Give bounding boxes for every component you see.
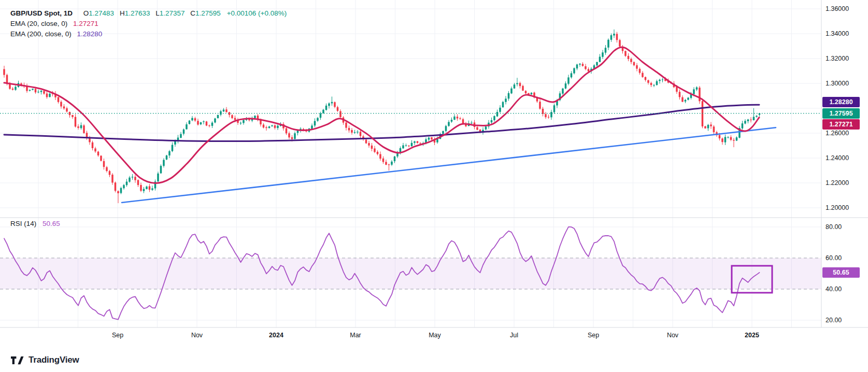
rsi-value: 50.65 bbox=[42, 220, 60, 227]
candle-body bbox=[160, 166, 162, 173]
candle-body bbox=[607, 40, 609, 48]
rsi-band bbox=[0, 258, 821, 289]
candle-body bbox=[710, 124, 712, 126]
candle-body bbox=[94, 148, 96, 151]
candle-body bbox=[596, 62, 598, 66]
change-value: +0.00106 (+0.08%) bbox=[227, 9, 287, 17]
time-axis-label: Sep bbox=[112, 332, 123, 339]
candle-body bbox=[360, 132, 362, 136]
candle-body bbox=[736, 137, 738, 140]
candle-body bbox=[402, 145, 404, 148]
candle-body bbox=[92, 142, 94, 148]
candle-body bbox=[345, 123, 347, 128]
candle-body bbox=[539, 102, 541, 109]
candle-body bbox=[514, 84, 516, 89]
rsi-legend-row[interactable]: RSI (14) 50.65 bbox=[10, 220, 60, 227]
candle-body bbox=[172, 145, 174, 151]
candle-body bbox=[83, 125, 85, 133]
high-label: H bbox=[120, 9, 125, 17]
candle-body bbox=[553, 105, 556, 112]
candle-body bbox=[699, 88, 701, 101]
ema20-label: EMA (20, close, 0) bbox=[10, 20, 67, 27]
candle-body bbox=[374, 148, 376, 152]
candle-body bbox=[146, 187, 148, 189]
candle-body bbox=[200, 122, 202, 124]
candle-body bbox=[531, 93, 533, 94]
candle-body bbox=[499, 108, 501, 112]
candle-body bbox=[744, 121, 746, 123]
candle-body bbox=[693, 89, 695, 94]
candle-body bbox=[405, 146, 407, 146]
candle-body bbox=[3, 69, 5, 75]
candle-body bbox=[117, 191, 119, 193]
rsi-axis-label: 20.00 bbox=[826, 316, 866, 324]
candle-body bbox=[382, 159, 385, 162]
ema200-legend-row[interactable]: EMA (200, close, 0) 1.28280 bbox=[10, 29, 287, 39]
rsi-label-badge: 50.65 bbox=[822, 267, 860, 278]
candle-body bbox=[730, 137, 732, 140]
candle-body bbox=[314, 121, 316, 126]
chart-canvas[interactable] bbox=[0, 0, 868, 372]
candle-body bbox=[496, 112, 499, 117]
price-axis-label: 1.24000 bbox=[826, 154, 866, 162]
candle-body bbox=[166, 155, 168, 160]
candle-body bbox=[371, 146, 373, 149]
low-value: 1.27357 bbox=[160, 9, 185, 17]
candle-body bbox=[579, 64, 581, 65]
ema20-legend-row[interactable]: EMA (20, close, 0) 1.27271 bbox=[10, 19, 287, 29]
candle-body bbox=[72, 115, 74, 117]
candle-body bbox=[445, 126, 447, 131]
candle-body bbox=[328, 104, 330, 106]
candle-body bbox=[271, 125, 273, 126]
candle-body bbox=[311, 125, 313, 129]
candle-body bbox=[143, 189, 145, 191]
tradingview-chart-window: GBP/USD Spot, 1D O1.27483 H1.27633 L1.27… bbox=[0, 0, 868, 372]
candle-body bbox=[619, 40, 621, 46]
candle-body bbox=[567, 77, 570, 83]
candle-body bbox=[662, 79, 664, 80]
candle-body bbox=[223, 110, 225, 112]
candle-body bbox=[77, 126, 79, 128]
candle-body bbox=[459, 118, 461, 119]
candle-body bbox=[32, 89, 34, 90]
candle-body bbox=[585, 66, 587, 69]
candle-body bbox=[628, 56, 630, 59]
candle-body bbox=[331, 102, 333, 104]
candle-body bbox=[157, 174, 159, 181]
candle-body bbox=[650, 83, 652, 85]
price-axis-label: 1.32000 bbox=[826, 54, 866, 63]
candle-body bbox=[436, 139, 438, 142]
candle-body bbox=[288, 133, 290, 137]
tradingview-attribution[interactable]: TradingView bbox=[9, 354, 79, 365]
candle-body bbox=[111, 175, 113, 182]
candle-body bbox=[414, 141, 416, 143]
candle-body bbox=[43, 91, 45, 93]
price-label-badge: 1.28280 bbox=[822, 97, 860, 107]
candle-body bbox=[451, 120, 453, 122]
rsi-axis-label: 80.00 bbox=[826, 223, 866, 231]
close-label: C bbox=[190, 9, 195, 17]
candle-body bbox=[573, 68, 575, 74]
candle-body bbox=[231, 115, 233, 118]
candle-body bbox=[707, 125, 709, 128]
tradingview-logo-icon bbox=[9, 354, 25, 365]
candle-body bbox=[588, 69, 590, 71]
candle-body bbox=[493, 116, 495, 120]
chart-legend: GBP/USD Spot, 1D O1.27483 H1.27633 L1.27… bbox=[10, 8, 287, 39]
candle-body bbox=[268, 126, 271, 128]
candle-body bbox=[109, 171, 111, 175]
candle-body bbox=[519, 83, 521, 86]
rsi-axis-label: 40.00 bbox=[826, 285, 866, 293]
candle-body bbox=[391, 162, 393, 165]
candle-body bbox=[605, 48, 607, 52]
candle-body bbox=[129, 178, 131, 182]
price-axis-label: 1.20000 bbox=[826, 204, 866, 212]
candle-body bbox=[97, 152, 99, 155]
ema200-value: 1.28280 bbox=[77, 30, 103, 38]
candle-body bbox=[40, 91, 42, 92]
price-axis-label: 1.22000 bbox=[826, 179, 866, 187]
candle-body bbox=[351, 130, 353, 133]
candle-body bbox=[377, 152, 379, 154]
candle-body bbox=[243, 120, 245, 123]
candle-body bbox=[15, 87, 17, 90]
